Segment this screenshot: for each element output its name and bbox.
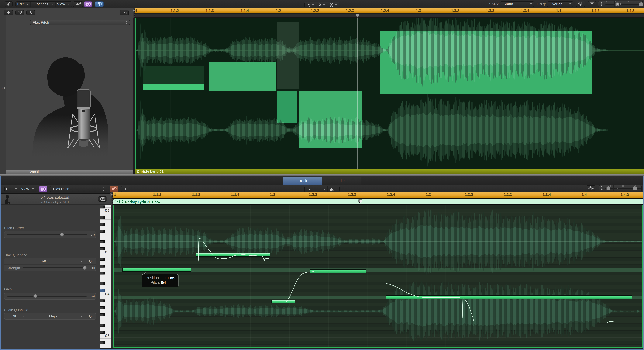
svg-text:Position: 1 1 1 56.: Position: 1 1 1 56.: [146, 276, 175, 280]
svg-text:C6: C6: [105, 208, 110, 213]
svg-text:Pitch: G4: Pitch: G4: [150, 280, 166, 285]
svg-text:C3: C3: [105, 334, 110, 338]
svg-text:C4: C4: [105, 292, 110, 296]
svg-text:C5: C5: [105, 250, 110, 254]
